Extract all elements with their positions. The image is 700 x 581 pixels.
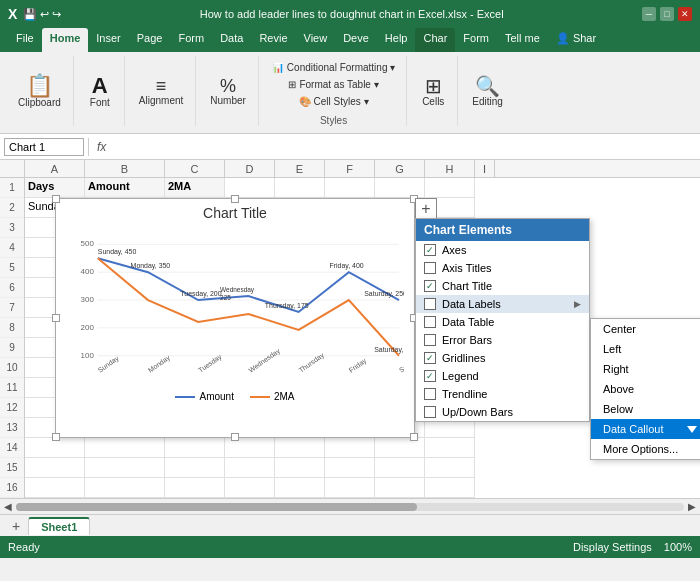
cell-h1[interactable]	[425, 178, 475, 198]
trendline-checkbox[interactable]	[424, 388, 436, 400]
chart-element-axis-titles[interactable]: Axis Titles	[416, 259, 589, 277]
col-header-c[interactable]: C	[165, 160, 225, 177]
chart-element-data-labels[interactable]: Data Labels ▶	[416, 295, 589, 313]
close-button[interactable]: ✕	[678, 7, 692, 21]
chart-container[interactable]: Chart Title 500 400 300 200 100	[55, 198, 415, 438]
col-header-e[interactable]: E	[275, 160, 325, 177]
tab-home[interactable]: Home	[42, 28, 89, 52]
handle-tl[interactable]	[52, 195, 60, 203]
chart-element-axes[interactable]: ✓ Axes	[416, 241, 589, 259]
submenu-more-options[interactable]: More Options...	[591, 439, 700, 459]
down-arrow-icon	[687, 426, 697, 433]
col-header-b[interactable]: B	[85, 160, 165, 177]
svg-text:Thursday, 175: Thursday, 175	[265, 302, 309, 310]
format-table-button[interactable]: ⊞ Format as Table ▾	[283, 77, 383, 92]
scroll-left-btn[interactable]: ◀	[4, 501, 12, 512]
handle-bm[interactable]	[231, 433, 239, 441]
submenu-left[interactable]: Left	[591, 339, 700, 359]
formula-input[interactable]	[114, 141, 696, 153]
chart-element-chart-title[interactable]: ✓ Chart Title	[416, 277, 589, 295]
cell-c1[interactable]: 2MA	[165, 178, 225, 198]
tab-tell-me[interactable]: Tell me	[497, 28, 548, 52]
tab-dev[interactable]: Deve	[335, 28, 377, 52]
ribbon-group-number: % Number	[198, 56, 259, 126]
editing-button[interactable]: 🔍 Editing	[466, 65, 509, 117]
col-header-a[interactable]: A	[25, 160, 85, 177]
minimize-button[interactable]: ─	[642, 7, 656, 21]
chart-title-checkbox[interactable]: ✓	[424, 280, 436, 292]
tab-review[interactable]: Revie	[251, 28, 295, 52]
tab-page[interactable]: Page	[129, 28, 171, 52]
tab-insert[interactable]: Inser	[88, 28, 128, 52]
handle-tm[interactable]	[231, 195, 239, 203]
submenu-below[interactable]: Below	[591, 399, 700, 419]
col-header-h[interactable]: H	[425, 160, 475, 177]
scrollbar-thumb[interactable]	[16, 503, 417, 511]
tab-help[interactable]: Help	[377, 28, 416, 52]
col-header-g[interactable]: G	[375, 160, 425, 177]
handle-br[interactable]	[410, 433, 418, 441]
col-header-f[interactable]: F	[325, 160, 375, 177]
tab-format[interactable]: Form	[455, 28, 497, 52]
alignment-button[interactable]: ≡ Alignment	[133, 65, 189, 117]
row-num-13: 13	[0, 418, 24, 438]
row-num-9: 9	[0, 338, 24, 358]
data-labels-checkbox[interactable]	[424, 298, 436, 310]
legend-amount-label: Amount	[199, 391, 233, 402]
axis-titles-checkbox[interactable]	[424, 262, 436, 274]
axes-checkbox[interactable]: ✓	[424, 244, 436, 256]
cell-b1[interactable]: Amount	[85, 178, 165, 198]
status-bar: Ready Display Settings 100%	[0, 536, 700, 558]
submenu-center[interactable]: Center	[591, 319, 700, 339]
chart-elements-toggle[interactable]: +	[415, 198, 437, 220]
chart-element-data-table[interactable]: Data Table	[416, 313, 589, 331]
cells-button[interactable]: ⊞ Cells	[415, 65, 451, 117]
error-bars-checkbox[interactable]	[424, 334, 436, 346]
name-box[interactable]	[4, 138, 84, 156]
cell-f1[interactable]	[325, 178, 375, 198]
submenu-right[interactable]: Right	[591, 359, 700, 379]
fx-label: fx	[93, 140, 110, 154]
gridlines-checkbox[interactable]: ✓	[424, 352, 436, 364]
format-table-icon: ⊞	[288, 79, 296, 90]
font-button[interactable]: A Font	[82, 65, 118, 117]
clipboard-button[interactable]: 📋 Clipboard	[12, 65, 67, 117]
font-icon: A	[92, 75, 108, 97]
updown-bars-checkbox[interactable]	[424, 406, 436, 418]
sheet-tab-sheet1[interactable]: Sheet1	[28, 517, 90, 535]
data-table-checkbox[interactable]	[424, 316, 436, 328]
ribbon-group-editing: 🔍 Editing	[460, 56, 515, 126]
updown-bars-label: Up/Down Bars	[442, 406, 513, 418]
tab-file[interactable]: File	[8, 28, 42, 52]
tab-view[interactable]: View	[296, 28, 336, 52]
col-header-d[interactable]: D	[225, 160, 275, 177]
chart-element-legend[interactable]: ✓ Legend	[416, 367, 589, 385]
cell-e1[interactable]	[275, 178, 325, 198]
chart-element-error-bars[interactable]: Error Bars	[416, 331, 589, 349]
svg-text:Saturday, 250: Saturday, 250	[364, 290, 404, 298]
tab-data[interactable]: Data	[212, 28, 251, 52]
handle-bl[interactable]	[52, 433, 60, 441]
tab-share[interactable]: 👤 Shar	[548, 28, 604, 52]
cell-styles-button[interactable]: 🎨 Cell Styles ▾	[294, 94, 374, 109]
tab-form[interactable]: Form	[170, 28, 212, 52]
chart-element-updown-bars[interactable]: Up/Down Bars	[416, 403, 589, 421]
number-button[interactable]: % Number	[204, 65, 252, 117]
scroll-right-btn[interactable]: ▶	[688, 501, 696, 512]
col-header-i[interactable]: I	[475, 160, 495, 177]
add-sheet-button[interactable]: +	[4, 516, 28, 536]
horizontal-scrollbar[interactable]: ◀ ▶	[0, 498, 700, 514]
conditional-formatting-button[interactable]: 📊 Conditional Formatting ▾	[267, 60, 400, 75]
display-settings[interactable]: Display Settings	[573, 541, 652, 553]
ribbon-group-styles: 📊 Conditional Formatting ▾ ⊞ Format as T…	[261, 56, 407, 126]
submenu-above[interactable]: Above	[591, 379, 700, 399]
status-ready: Ready	[8, 541, 40, 553]
maximize-button[interactable]: □	[660, 7, 674, 21]
editing-label: Editing	[472, 96, 503, 107]
submenu-data-callout[interactable]: Data Callout	[591, 419, 700, 439]
svg-text:500: 500	[81, 239, 95, 248]
legend-checkbox[interactable]: ✓	[424, 370, 436, 382]
chart-element-gridlines[interactable]: ✓ Gridlines	[416, 349, 589, 367]
tab-chart[interactable]: Char	[415, 28, 455, 52]
chart-element-trendline[interactable]: Trendline	[416, 385, 589, 403]
